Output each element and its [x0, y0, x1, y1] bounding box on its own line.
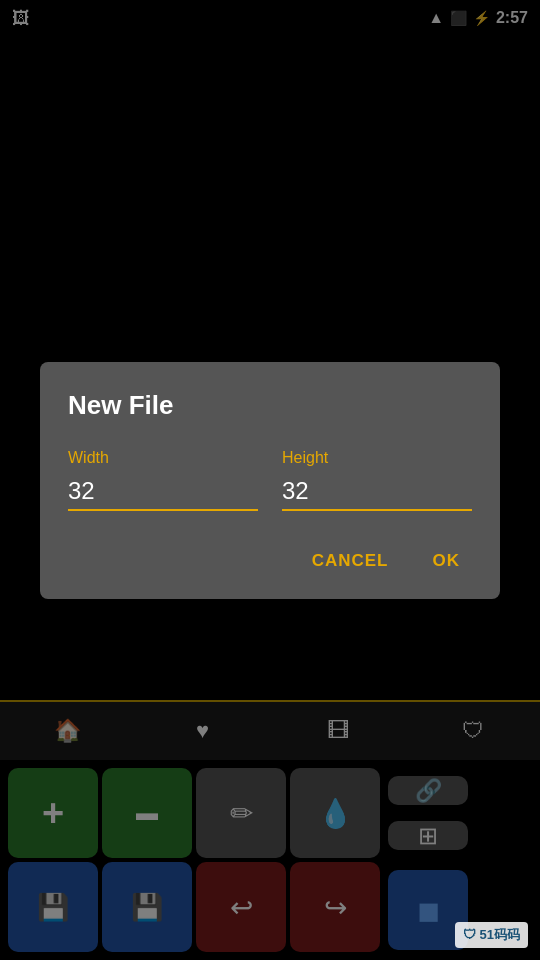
dialog-overlay: New File Width Height CANCEL OK: [0, 0, 540, 960]
dialog-actions: CANCEL OK: [68, 543, 472, 579]
watermark: 🛡 51码码: [455, 922, 528, 948]
ok-button[interactable]: OK: [421, 543, 473, 579]
height-field-group: Height: [282, 449, 472, 511]
width-input[interactable]: [68, 473, 258, 511]
new-file-dialog: New File Width Height CANCEL OK: [40, 362, 500, 599]
height-label: Height: [282, 449, 472, 467]
watermark-shield: 🛡: [463, 927, 476, 942]
dialog-fields: Width Height: [68, 449, 472, 511]
dialog-title: New File: [68, 390, 472, 421]
width-label: Width: [68, 449, 258, 467]
height-input[interactable]: [282, 473, 472, 511]
width-field-group: Width: [68, 449, 258, 511]
cancel-button[interactable]: CANCEL: [300, 543, 401, 579]
watermark-text: 51码码: [480, 927, 520, 942]
